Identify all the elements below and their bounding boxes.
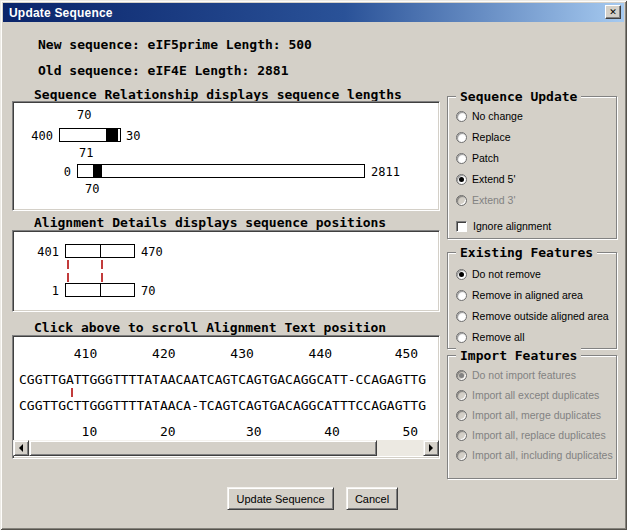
relationship-header: Sequence Relationship displays sequence … xyxy=(34,87,402,102)
radio-icon xyxy=(456,332,467,343)
radio-icon xyxy=(456,390,467,401)
align-marker-top-right xyxy=(101,260,103,269)
radio-import-all-including-duplicates: Import all, including duplicates xyxy=(456,448,613,462)
radio-label: Patch xyxy=(472,152,499,164)
radio-icon xyxy=(456,153,467,164)
radio-icon xyxy=(456,410,467,421)
details-top-bar[interactable] xyxy=(65,244,135,258)
sequence-new: CGGTTGATTGGGTTTTATAACAATCAGTCAGTGACAGGCA… xyxy=(19,372,426,387)
new-sequence-bar xyxy=(59,128,121,142)
radio-replace[interactable]: Replace xyxy=(456,130,511,144)
radio-label: Remove all xyxy=(472,331,525,343)
radio-import-all-except-duplicates: Import all except duplicates xyxy=(456,388,599,402)
alignment-text-panel: 410 420 430 440 450 CGGTTGATTGGGTTTTATAA… xyxy=(12,335,440,459)
radio-icon xyxy=(456,430,467,441)
radio-icon xyxy=(456,311,467,322)
close-icon[interactable]: ✕ xyxy=(605,5,621,19)
old-aligned-region-fill xyxy=(93,165,102,177)
radio-label: Extend 5' xyxy=(472,173,515,185)
align-marker-bottom-right xyxy=(101,273,103,282)
details-bottom-start: 1 xyxy=(21,284,59,298)
radio-label: No change xyxy=(472,110,523,122)
details-bottom-bar[interactable] xyxy=(65,283,135,297)
details-top-end: 470 xyxy=(141,245,163,259)
radio-label: Import all except duplicates xyxy=(472,389,599,401)
radio-icon xyxy=(456,111,467,122)
radio-icon xyxy=(456,195,467,206)
old-bar-below-length: 70 xyxy=(85,182,99,196)
old-bar-right-length: 2811 xyxy=(371,165,400,179)
sequence-update-group: Sequence Update No change Replace Patch … xyxy=(447,96,617,239)
ignore-alignment-checkbox[interactable]: Ignore alignment xyxy=(456,219,551,233)
alignment-scrollbar[interactable] xyxy=(13,440,439,456)
scroll-left-button[interactable] xyxy=(13,440,29,456)
sequence-relationship-panel: 70 400 30 71 0 2811 70 xyxy=(12,101,440,211)
details-top-start: 401 xyxy=(21,245,59,259)
sequence-update-group-title: Sequence Update xyxy=(456,89,581,104)
ruler-top: 410 420 430 440 450 xyxy=(19,346,418,361)
radio-extend-5[interactable]: Extend 5' xyxy=(456,172,515,186)
new-aligned-region-fill xyxy=(106,129,118,141)
radio-icon xyxy=(456,290,467,301)
radio-icon xyxy=(456,132,467,143)
existing-features-group-title: Existing Features xyxy=(456,245,597,260)
radio-remove-outside-aligned-area[interactable]: Remove outside aligned area xyxy=(456,309,609,323)
update-sequence-dialog: Update Sequence ✕ New sequence: eIF5prim… xyxy=(0,0,627,530)
radio-label: Do not import features xyxy=(472,369,576,381)
bar-divider xyxy=(100,245,101,257)
radio-do-not-remove[interactable]: Do not remove xyxy=(456,267,541,281)
new-bar-left-length: 400 xyxy=(19,129,53,143)
old-sequence-bar xyxy=(77,164,365,178)
scroll-right-button[interactable] xyxy=(423,440,439,456)
import-features-group-title: Import Features xyxy=(456,348,581,363)
details-bottom-end: 70 xyxy=(141,284,155,298)
import-features-group: Import Features Do not import features I… xyxy=(447,355,617,479)
radio-icon xyxy=(456,269,467,280)
window-title: Update Sequence xyxy=(9,6,113,20)
checkbox-label: Ignore alignment xyxy=(473,220,551,232)
align-marker-bottom-left xyxy=(67,273,69,282)
radio-patch[interactable]: Patch xyxy=(456,151,499,165)
checkbox-icon xyxy=(456,221,467,232)
radio-remove-all[interactable]: Remove all xyxy=(456,330,525,344)
radio-no-change[interactable]: No change xyxy=(456,109,523,123)
new-sequence-info: New sequence: eIF5prime Length: 500 xyxy=(38,37,312,52)
new-bar-right-length: 30 xyxy=(126,129,140,143)
old-sequence-info: Old sequence: eIF4E Length: 2881 xyxy=(38,63,288,78)
radio-label: Do not remove xyxy=(472,268,541,280)
cancel-button[interactable]: Cancel xyxy=(346,487,398,510)
ruler-bottom: 10 20 30 40 50 xyxy=(19,424,418,439)
new-bar-below-length: 71 xyxy=(79,146,93,160)
radio-icon xyxy=(456,174,467,185)
radio-import-all-merge-duplicates: Import all, merge duplicates xyxy=(456,408,601,422)
radio-icon xyxy=(456,370,467,381)
radio-icon xyxy=(456,450,467,461)
radio-label: Replace xyxy=(472,131,511,143)
title-bar[interactable]: Update Sequence xyxy=(3,3,624,22)
old-bar-left-length: 0 xyxy=(49,165,71,179)
sequence-old: CGGTTGCTTGGGTTTTATAACA-TCAGTCAGTGACAGGCA… xyxy=(19,398,426,413)
radio-label: Extend 3' xyxy=(472,194,515,206)
arrow-right-icon xyxy=(429,444,433,452)
update-sequence-button[interactable]: Update Sequence xyxy=(227,487,334,510)
radio-label: Import all, including duplicates xyxy=(472,449,613,461)
radio-import-all-replace-duplicates: Import all, replace duplicates xyxy=(456,428,606,442)
alignment-details-panel[interactable]: 401 470 1 70 xyxy=(12,230,440,312)
arrow-left-icon xyxy=(19,444,23,452)
details-header: Alignment Details displays sequence posi… xyxy=(34,215,386,230)
radio-remove-in-aligned-area[interactable]: Remove in aligned area xyxy=(456,288,583,302)
radio-label: Remove in aligned area xyxy=(472,289,583,301)
new-bar-aligned-length: 70 xyxy=(77,108,91,122)
radio-label: Remove outside aligned area xyxy=(472,310,609,322)
bar-divider xyxy=(100,284,101,296)
mismatch-marker xyxy=(71,388,73,397)
scrollbar-thumb[interactable] xyxy=(29,440,377,456)
radio-label: Import all, replace duplicates xyxy=(472,429,606,441)
existing-features-group: Existing Features Do not remove Remove i… xyxy=(447,252,617,349)
radio-label: Import all, merge duplicates xyxy=(472,409,601,421)
radio-do-not-import-features: Do not import features xyxy=(456,368,576,382)
radio-extend-3: Extend 3' xyxy=(456,193,515,207)
alignment-text-header: Click above to scroll Alignment Text pos… xyxy=(34,320,386,335)
align-marker-top-left xyxy=(67,260,69,269)
